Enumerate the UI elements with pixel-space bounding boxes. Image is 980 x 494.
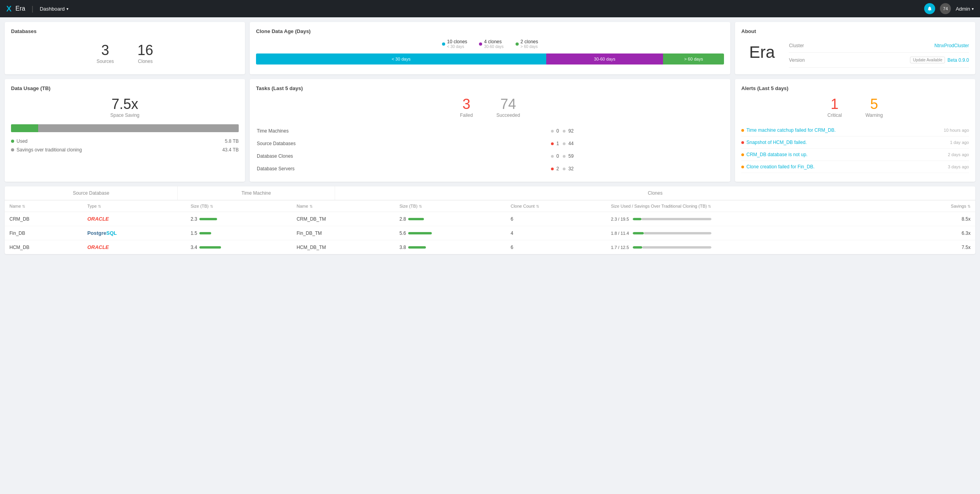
header-left: X Era | Dashboard ▾ <box>6 4 68 13</box>
alert-link[interactable]: Snapshot of HCM_DB failed. <box>741 140 807 145</box>
table-row: Fin_DB PostgreSQL 1.5 Fin_DB_TM 5.6 4 1.… <box>5 226 975 240</box>
col-tm-name[interactable]: Name ⇅ <box>292 201 395 212</box>
clone-legend-1-sub: < 30 days <box>447 44 467 49</box>
task-row: Time Machines 0 92 <box>257 125 723 137</box>
row-type: ORACLE <box>83 240 186 254</box>
row-size-savings: 1.8 / 11.4 <box>606 226 898 240</box>
row-type: PostgreSQL <box>83 226 186 240</box>
clone-age-card: Clone Data Age (Days) 10 clones < 30 day… <box>250 22 730 74</box>
group-source-db: Source Database <box>5 186 178 200</box>
used-value: 5.8 TB <box>225 138 239 144</box>
critical-value: 1 <box>827 96 842 112</box>
failed-stat: 3 Failed <box>460 96 473 118</box>
notification-count[interactable]: 74 <box>940 3 951 14</box>
usage-bar-savings <box>38 124 239 132</box>
task-counts: 1 44 <box>551 138 723 149</box>
row-clone-count: 4 <box>506 226 606 240</box>
clone-age-bar: < 30 days 30-60 days > 60 days <box>256 53 724 65</box>
table-row: HCM_DB ORACLE 3.4 HCM_DB_TM 3.8 6 1.7 / … <box>5 240 975 254</box>
clone-legend-1-dot <box>442 42 445 46</box>
databases-title: Databases <box>11 28 239 34</box>
row-size-savings: 2.3 / 19.5 <box>606 212 898 226</box>
task-counts: 2 32 <box>551 163 723 175</box>
databases-card: Databases 3 Sources 16 Clones <box>5 22 245 74</box>
alert-link[interactable]: Time machine catchup failed for CRM_DB. <box>741 127 836 133</box>
dashboard-nav[interactable]: Dashboard ▾ <box>40 6 68 12</box>
clone-legend-2-sub: 30-60 days <box>484 44 503 49</box>
alert-link[interactable]: CRM_DB database is not up. <box>741 152 807 157</box>
table-body: CRM_DB ORACLE 2.3 CRM_DB_TM 2.8 6 2.3 / … <box>5 212 975 254</box>
tasks-table: Time Machines 0 92 Source Databases 1 <box>256 124 724 175</box>
row-clone-count: 6 <box>506 212 606 226</box>
sources-value: 3 <box>96 42 114 59</box>
clone-legend-3-label: 2 clones <box>521 39 538 44</box>
alert-item: Snapshot of HCM_DB failed. 1 day ago <box>741 136 969 149</box>
task-row: Database Clones 0 59 <box>257 150 723 162</box>
savings-value: 43.4 TB <box>222 147 239 153</box>
col-clone-count[interactable]: Clone Count ⇅ <box>506 201 606 212</box>
clone-legend-2-label: 4 clones <box>484 39 502 44</box>
row-size: 3.4 <box>186 240 292 254</box>
admin-menu[interactable]: Admin ▾ <box>956 6 974 12</box>
col-savings[interactable]: Savings ⇅ <box>898 201 975 212</box>
succeeded-value: 74 <box>496 96 520 112</box>
cluster-value[interactable]: NtnxProdCluster <box>934 43 969 48</box>
notification-button[interactable] <box>924 3 935 14</box>
bottom-section: Source Database Time Machine Clones Name… <box>0 186 980 259</box>
clone-legend-3-dot <box>516 42 519 46</box>
task-label: Database Clones <box>257 150 550 162</box>
col-size-tb[interactable]: Size (TB) ⇅ <box>186 201 292 212</box>
about-card: About Era Cluster NtnxProdCluster Versio… <box>735 22 975 74</box>
app-logo: X Era <box>6 4 25 13</box>
col-name[interactable]: Name ⇅ <box>5 201 83 212</box>
alerts-card: Alerts (Last 5 days) 1 Critical 5 Warnin… <box>735 79 975 182</box>
type-oracle: ORACLE <box>87 244 109 250</box>
used-label: Used <box>17 138 28 144</box>
warning-stat: 5 Warning <box>866 96 883 118</box>
row-name: Fin_DB <box>5 226 83 240</box>
alert-item: Time machine catchup failed for CRM_DB. … <box>741 124 969 136</box>
header: X Era | Dashboard ▾ 74 Admin ▾ <box>0 0 980 17</box>
about-content: Era Cluster NtnxProdCluster Version Upda… <box>741 39 969 68</box>
row-savings: 7.5x <box>898 240 975 254</box>
critical-stat: 1 Critical <box>827 96 842 118</box>
alert-link[interactable]: Clone creation failed for Fin_DB. <box>741 164 814 170</box>
row-type: ORACLE <box>83 212 186 226</box>
clone-bar-seg2: 30-60 days <box>546 53 663 65</box>
cluster-label: Cluster <box>789 43 804 48</box>
task-label: Time Machines <box>257 125 550 137</box>
logo-x: X <box>6 4 11 13</box>
alerts-list: Time machine catchup failed for CRM_DB. … <box>741 124 969 173</box>
clone-age-title: Clone Data Age (Days) <box>256 28 724 34</box>
about-title: About <box>741 28 969 34</box>
col-tm-size[interactable]: Size (TB) ⇅ <box>395 201 506 212</box>
warning-value: 5 <box>866 96 883 112</box>
task-label: Source Databases <box>257 138 550 149</box>
about-details: Cluster NtnxProdCluster Version Update A… <box>789 39 969 68</box>
type-postgres: PostgreSQL <box>87 230 117 236</box>
row-size: 1.5 <box>186 226 292 240</box>
usage-legend-savings: Savings over traditional cloning 43.4 TB <box>11 147 239 153</box>
task-row: Database Servers 2 32 <box>257 163 723 175</box>
clone-legend-1: 10 clones < 30 days <box>442 39 467 49</box>
row-size-savings: 1.7 / 12.5 <box>606 240 898 254</box>
version-value: Update Available Beta 0.9.0 <box>910 57 969 63</box>
col-size-savings[interactable]: Size Used / Savings Over Traditional Clo… <box>606 201 898 212</box>
type-oracle: ORACLE <box>87 216 109 222</box>
alert-dot <box>741 129 744 132</box>
db-stats: 3 Sources 16 Clones <box>11 42 239 64</box>
era-logo: Era <box>741 39 783 66</box>
col-type[interactable]: Type ⇅ <box>83 201 186 212</box>
update-badge[interactable]: Update Available <box>910 57 945 63</box>
table-header-groups: Source Database Time Machine Clones <box>5 186 975 201</box>
row-tm-size: 3.8 <box>395 240 506 254</box>
sources-stat: 3 Sources <box>96 42 114 64</box>
failed-value: 3 <box>460 96 473 112</box>
warning-label: Warning <box>866 112 883 118</box>
group-clones: Clones <box>335 186 975 200</box>
data-table: Name ⇅ Type ⇅ Size (TB) ⇅ Name ⇅ Size (T… <box>5 201 975 254</box>
header-divider: | <box>31 5 33 13</box>
app-name: Era <box>15 5 25 12</box>
tasks-stats: 3 Failed 74 Succeeded <box>256 96 724 118</box>
alert-time: 10 hours ago <box>944 128 969 133</box>
